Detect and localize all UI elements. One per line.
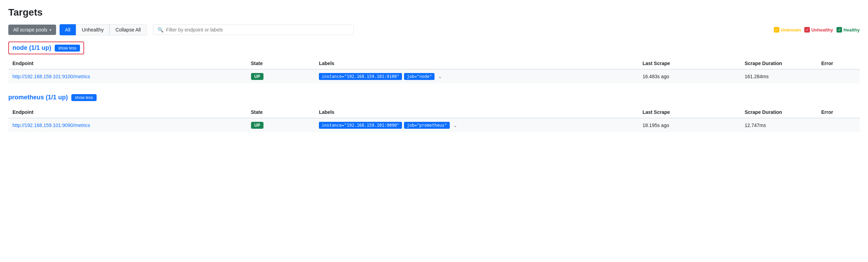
prom-state-cell: UP bbox=[247, 118, 315, 132]
prometheus-table-row: http://192.168.159.101:9090/metrics UP i… bbox=[8, 118, 860, 132]
col-header-last-scrape: Last Scrape bbox=[638, 58, 741, 69]
node-show-less-button[interactable]: show less bbox=[55, 45, 80, 52]
node-error-cell bbox=[817, 69, 860, 83]
unhealthy-filter[interactable]: ✓ Unhealthy bbox=[804, 27, 833, 33]
prom-label-tags: instance="192.168.159.101:9090" job="pro… bbox=[319, 122, 634, 129]
healthy-label: Healthy bbox=[843, 27, 860, 33]
unknown-filter[interactable]: ✓ Unknown bbox=[774, 27, 801, 33]
node-label-tags: instance="192.168.159.101:9100" job="nod… bbox=[319, 73, 634, 80]
node-endpoint-cell: http://192.168.159.101:9100/metrics bbox=[8, 69, 247, 83]
node-label-instance: instance="192.168.159.101:9100" bbox=[319, 73, 402, 80]
node-labels-expand-button[interactable]: ⌄ bbox=[437, 73, 444, 80]
healthy-filter[interactable]: ✓ Healthy bbox=[836, 27, 860, 33]
node-last-scrape-cell: 16.483s ago bbox=[638, 69, 741, 83]
node-endpoint-link[interactable]: http://192.168.159.101:9100/metrics bbox=[12, 74, 90, 79]
prom-label-instance: instance="192.168.159.101:9090" bbox=[319, 122, 402, 129]
prom-col-header-labels: Labels bbox=[315, 107, 638, 118]
prom-endpoint-cell: http://192.168.159.101:9090/metrics bbox=[8, 118, 247, 132]
node-label-job: job="node" bbox=[404, 73, 435, 80]
unknown-label: Unknown bbox=[781, 27, 801, 33]
filter-collapse-button[interactable]: Collapse All bbox=[109, 24, 146, 35]
toolbar: All scrape pools ▾ All Unhealthy Collaps… bbox=[8, 24, 860, 35]
col-header-state: State bbox=[247, 58, 315, 69]
node-table-row: http://192.168.159.101:9100/metrics UP i… bbox=[8, 69, 860, 83]
col-header-endpoint: Endpoint bbox=[8, 58, 247, 69]
status-filters: ✓ Unknown ✓ Unhealthy ✓ Healthy bbox=[774, 27, 860, 33]
col-header-scrape-duration: Scrape Duration bbox=[741, 58, 817, 69]
prom-col-header-scrape-duration: Scrape Duration bbox=[741, 107, 817, 118]
filter-all-button[interactable]: All bbox=[60, 24, 76, 35]
prom-labels-expand-button[interactable]: ⌄ bbox=[452, 122, 459, 129]
col-header-labels: Labels bbox=[315, 58, 638, 69]
node-state-cell: UP bbox=[247, 69, 315, 83]
prometheus-section-title: prometheus (1/1 up) bbox=[8, 94, 68, 101]
prometheus-show-less-button[interactable]: show less bbox=[71, 94, 97, 101]
prom-endpoint-link[interactable]: http://192.168.159.101:9090/metrics bbox=[12, 123, 90, 128]
scrape-pools-button[interactable]: All scrape pools ▾ bbox=[8, 25, 56, 35]
prom-col-header-endpoint: Endpoint bbox=[8, 107, 247, 118]
prom-col-header-error: Error bbox=[817, 107, 860, 118]
scrape-pools-label: All scrape pools bbox=[13, 27, 47, 33]
prom-scrape-duration-cell: 12.747ms bbox=[741, 118, 817, 132]
healthy-checkbox: ✓ bbox=[836, 27, 842, 33]
col-header-error: Error bbox=[817, 58, 860, 69]
prometheus-table-header-row: Endpoint State Labels Last Scrape Scrape… bbox=[8, 107, 860, 118]
prom-labels-cell: instance="192.168.159.101:9090" job="pro… bbox=[315, 118, 638, 132]
node-section-title: node (1/1 up) bbox=[12, 44, 51, 52]
unknown-checkbox: ✓ bbox=[774, 27, 779, 33]
unhealthy-checkbox: ✓ bbox=[804, 27, 810, 33]
prometheus-targets-table: Endpoint State Labels Last Scrape Scrape… bbox=[8, 107, 860, 132]
prom-label-job: job="prometheus" bbox=[404, 122, 450, 129]
page-title: Targets bbox=[8, 7, 860, 18]
prom-col-header-state: State bbox=[247, 107, 315, 118]
unhealthy-label: Unhealthy bbox=[811, 27, 833, 33]
filter-unhealthy-button[interactable]: Unhealthy bbox=[76, 24, 109, 35]
prom-error-cell bbox=[817, 118, 860, 132]
search-icon: 🔍 bbox=[158, 27, 163, 33]
prom-col-header-last-scrape: Last Scrape bbox=[638, 107, 741, 118]
node-section: node (1/1 up) show less Endpoint State L… bbox=[8, 42, 860, 83]
filter-group: All Unhealthy Collapse All bbox=[60, 24, 147, 35]
node-targets-table: Endpoint State Labels Last Scrape Scrape… bbox=[8, 58, 860, 83]
prometheus-section: prometheus (1/1 up) show less Endpoint S… bbox=[8, 92, 860, 132]
scrape-pools-caret-icon: ▾ bbox=[50, 28, 51, 32]
search-box: 🔍 bbox=[153, 25, 354, 35]
node-scrape-duration-cell: 161.284ms bbox=[741, 69, 817, 83]
prom-last-scrape-cell: 18.195s ago bbox=[638, 118, 741, 132]
node-labels-cell: instance="192.168.159.101:9100" job="nod… bbox=[315, 69, 638, 83]
node-table-header-row: Endpoint State Labels Last Scrape Scrape… bbox=[8, 58, 860, 69]
search-input[interactable] bbox=[166, 27, 349, 33]
node-state-badge: UP bbox=[251, 73, 264, 80]
prom-state-badge: UP bbox=[251, 122, 264, 129]
